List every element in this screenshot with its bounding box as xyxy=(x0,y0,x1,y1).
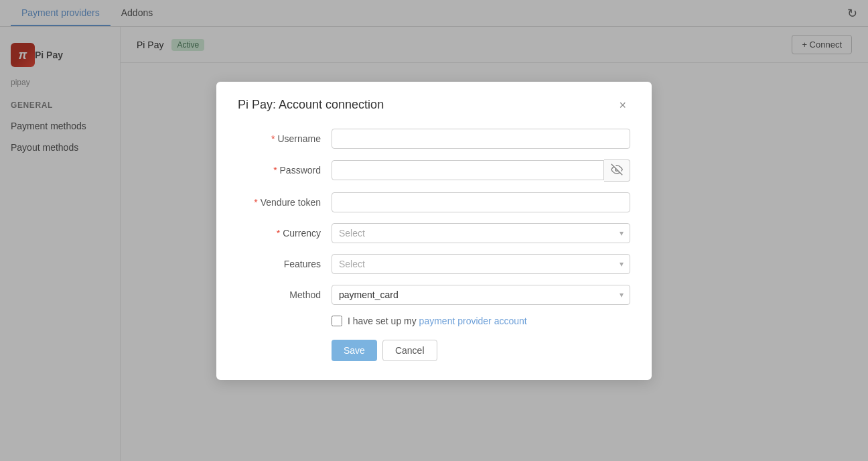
checkbox-row: I have set up my payment provider accoun… xyxy=(332,316,630,326)
modal-overlay: Pi Pay: Account connection × Username Pa… xyxy=(0,0,868,461)
method-label: Method xyxy=(238,289,332,300)
password-row: Password xyxy=(238,159,630,182)
modal-header: Pi Pay: Account connection × xyxy=(238,98,630,113)
features-row: Features Select ▾ xyxy=(238,254,630,274)
save-button[interactable]: Save xyxy=(332,340,377,361)
page-background: Payment providers Addons ↻ π Pi Pay pipa… xyxy=(0,0,868,461)
features-select[interactable]: Select xyxy=(332,254,630,274)
username-input[interactable] xyxy=(332,129,630,149)
checkbox-prefix-text: I have set up my xyxy=(348,316,419,326)
currency-select[interactable]: Select xyxy=(332,223,630,243)
payment-provider-account-link[interactable]: payment provider account xyxy=(419,316,527,326)
password-label: Password xyxy=(238,165,332,176)
checkbox-text: I have set up my payment provider accoun… xyxy=(348,316,527,326)
username-label: Username xyxy=(238,133,332,144)
vendure-token-input[interactable] xyxy=(332,192,630,212)
currency-select-wrapper: Select ▾ xyxy=(332,223,630,243)
currency-label: Currency xyxy=(238,228,332,239)
method-select[interactable]: payment_card xyxy=(332,285,630,305)
password-input[interactable] xyxy=(332,160,604,180)
eye-slash-icon xyxy=(611,163,623,176)
account-connection-modal: Pi Pay: Account connection × Username Pa… xyxy=(216,82,652,380)
modal-close-button[interactable]: × xyxy=(615,98,630,113)
modal-actions: Save Cancel xyxy=(332,340,630,361)
password-wrapper xyxy=(332,159,630,182)
username-row: Username xyxy=(238,129,630,149)
method-row: Method payment_card ▾ xyxy=(238,285,630,305)
cancel-button[interactable]: Cancel xyxy=(382,340,437,361)
password-toggle-button[interactable] xyxy=(604,159,630,182)
vendure-token-row: Vendure token xyxy=(238,192,630,212)
modal-title: Pi Pay: Account connection xyxy=(238,98,384,112)
currency-row: Currency Select ▾ xyxy=(238,223,630,243)
setup-confirmation-checkbox[interactable] xyxy=(332,316,342,326)
features-select-wrapper: Select ▾ xyxy=(332,254,630,274)
vendure-token-label: Vendure token xyxy=(238,197,332,208)
features-label: Features xyxy=(238,259,332,269)
method-select-wrapper: payment_card ▾ xyxy=(332,285,630,305)
